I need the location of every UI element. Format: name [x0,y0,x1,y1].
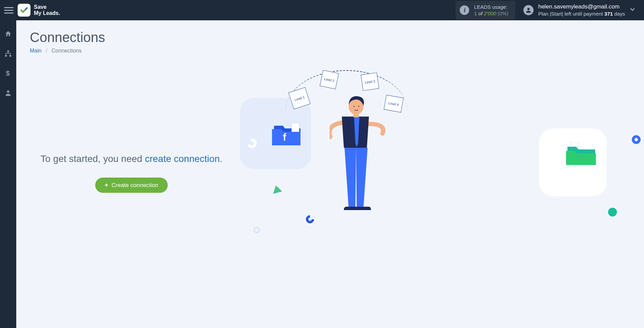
sidebar-item-home[interactable] [0,28,16,40]
account-email: helen.savemyleads@gmail.com [538,3,625,11]
avatar-icon [523,5,534,15]
facebook-folder-icon: f [272,122,303,145]
usage-current: 1 [474,11,477,16]
breadcrumb-separator: / [46,48,47,54]
decor-blue-swirl [304,213,316,225]
logo-icon [18,4,30,17]
logo[interactable]: Save My Leads. [18,4,60,17]
info-icon: i [460,5,469,15]
svg-rect-1 [7,50,9,52]
page-title: Connections [30,30,630,45]
cta-text: To get started, you need create connecti… [30,152,233,165]
decor-green-circle [608,208,617,217]
svg-rect-3 [9,55,11,57]
usage-box: i LEADS usage: 1 of 2'000 (0%) [456,1,515,20]
breadcrumb-current: Connections [51,48,82,54]
cta-link[interactable]: create connection [145,153,220,164]
breadcrumb-root[interactable]: Main [30,48,42,54]
sidebar: $ [0,20,16,328]
plus-icon: + [105,182,108,189]
main-content: Connections Main / Connections To get st… [16,20,644,328]
person-illustration [330,93,387,222]
chevron-down-icon[interactable] [625,6,640,14]
decor-light-ring [253,227,260,233]
header: Save My Leads. i LEADS usage: 1 of 2'000… [0,0,644,20]
create-connection-label: Create connection [111,182,158,189]
usage-limit: 2'000 [484,11,496,16]
account-box[interactable]: helen.savemyleads@gmail.com Plan |Start|… [523,3,625,17]
svg-text:$: $ [6,69,10,77]
account-text: helen.savemyleads@gmail.com Plan |Start|… [538,3,625,17]
svg-text:f: f [283,131,287,143]
usage-percent: (0%) [498,11,508,16]
create-connection-button[interactable]: + Create connection [95,178,168,193]
svg-point-12 [358,106,359,107]
account-plan: Plan |Start| left until payment 371 days [538,11,625,17]
illustration: Lead 1 Lead 2 Lead 3 Lead 4 f [233,67,630,237]
breadcrumb: Main / Connections [30,48,630,54]
logo-line-1: Save [34,4,60,10]
usage-of: of [478,11,483,16]
logo-text: Save My Leads. [34,4,60,16]
sidebar-item-account[interactable] [0,87,16,99]
paper-lead-2: Lead 2 [320,70,339,89]
svg-point-0 [527,8,529,10]
paper-lead-3: Lead 3 [361,73,379,91]
decor-green-triangle [271,184,283,194]
green-folder-icon [566,142,597,166]
svg-rect-2 [5,55,7,57]
svg-point-5 [7,90,9,93]
cta-column: To get started, you need create connecti… [30,111,233,193]
usage-text: LEADS usage: 1 of 2'000 (0%) [474,4,508,17]
decor-blue-ring [632,135,641,144]
hamburger-menu-button[interactable] [4,5,14,15]
svg-point-11 [353,106,354,107]
sidebar-item-connections[interactable] [0,47,16,60]
sidebar-item-billing[interactable]: $ [0,67,16,79]
logo-line-2: My Leads. [34,10,60,16]
usage-label: LEADS usage: [474,4,508,11]
